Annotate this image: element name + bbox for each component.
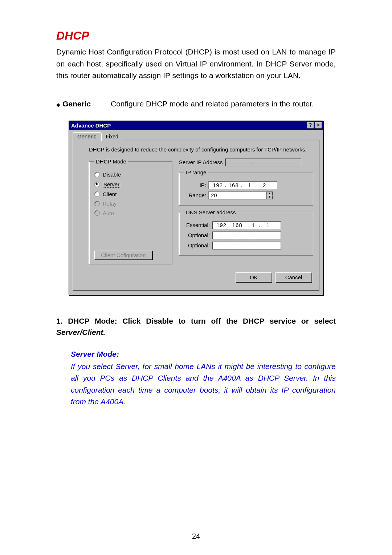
ip-label: IP: [184, 182, 206, 188]
dialog-titlebar: Advance DHCP ? × [69, 121, 323, 130]
radio-client[interactable]: Client [94, 191, 168, 197]
intro-paragraph: Dynamic Host Configuration Protocol (DHC… [56, 46, 336, 82]
dhcp-mode-group-label: DHCP Mode [94, 158, 128, 165]
radio-icon [94, 172, 100, 177]
tab-generic[interactable]: Generic [73, 132, 101, 141]
radio-relay: Relay [94, 200, 168, 207]
radio-icon [94, 201, 100, 206]
radio-server[interactable]: Server [94, 181, 168, 188]
radio-icon [94, 210, 100, 216]
essential-label: Essential: [184, 222, 210, 228]
numbered-text: 1. DHCP Mode: Click Disable to turn off … [56, 317, 336, 325]
spinner-down-icon[interactable]: ▼ [267, 195, 273, 199]
radio-client-label: Client [103, 191, 117, 197]
advance-dhcp-dialog: Advance DHCP ? × Generic Fixed DHCP is d… [69, 121, 323, 295]
range-spinner[interactable]: ▲ ▼ [266, 191, 273, 199]
tab-fixed[interactable]: Fixed [101, 133, 123, 141]
ok-button[interactable]: OK [236, 272, 272, 282]
dialog-title: Advance DHCP [71, 122, 306, 129]
radio-server-label: Server [103, 181, 120, 188]
tab-strip: Generic Fixed [73, 132, 319, 140]
radio-icon [94, 191, 100, 197]
radio-auto-label: Auto [103, 210, 114, 216]
server-ip-label: Server IP Address [179, 159, 223, 165]
help-button[interactable]: ? [307, 122, 314, 129]
dialog-description: DHCP is designed to reduce the complexit… [89, 146, 313, 153]
range-label: Range: [184, 192, 206, 198]
cancel-button[interactable]: Cancel [275, 272, 312, 282]
page-number: 24 [0, 532, 392, 540]
section-title: DHCP [56, 29, 336, 42]
radio-relay-label: Relay [103, 200, 117, 207]
client-configuration-button: Client Cofiguration [94, 251, 152, 260]
dns-group-label: DNS Server address [184, 209, 237, 215]
optional2-label: Optional: [184, 242, 210, 248]
dns-optional2-input[interactable] [212, 242, 281, 250]
radio-auto: Auto [94, 210, 168, 216]
tab-panel-generic: DHCP is designed to reduce the complexit… [73, 140, 319, 291]
radio-icon [94, 182, 100, 187]
spinner-up-icon[interactable]: ▲ [267, 192, 273, 195]
numbered-italic: Server/Client. [56, 328, 105, 336]
bullet-diamond-icon: ◆ [56, 100, 60, 109]
generic-description: Configure DHCP mode and related paramete… [111, 98, 336, 110]
dns-essential-input[interactable] [212, 221, 281, 229]
generic-label: Generic [62, 98, 91, 110]
ip-range-group: IP range IP: Range: ▲ [179, 169, 313, 206]
radio-disable-label: Disable [103, 171, 121, 178]
generic-bullet-row: ◆ Generic Configure DHCP mode and relate… [56, 98, 336, 110]
close-button[interactable]: × [315, 122, 322, 129]
radio-disable[interactable]: Disable [94, 171, 168, 178]
server-mode-heading: Server Mode: [71, 350, 336, 358]
numbered-item-1: 1. DHCP Mode: Click Disable to turn off … [56, 315, 336, 338]
ip-range-group-label: IP range [184, 169, 208, 175]
server-mode-paragraph: If you select Server, for small home LAN… [71, 361, 336, 408]
dns-optional1-input[interactable] [212, 231, 281, 239]
optional1-label: Optional: [184, 232, 210, 238]
dhcp-mode-group: DHCP Mode Disable Server [89, 158, 172, 264]
server-ip-field: . . . [225, 158, 301, 166]
dns-server-group: DNS Server address Essential: Optional: … [179, 209, 313, 256]
ip-input[interactable] [208, 181, 277, 189]
range-input[interactable] [208, 191, 266, 199]
